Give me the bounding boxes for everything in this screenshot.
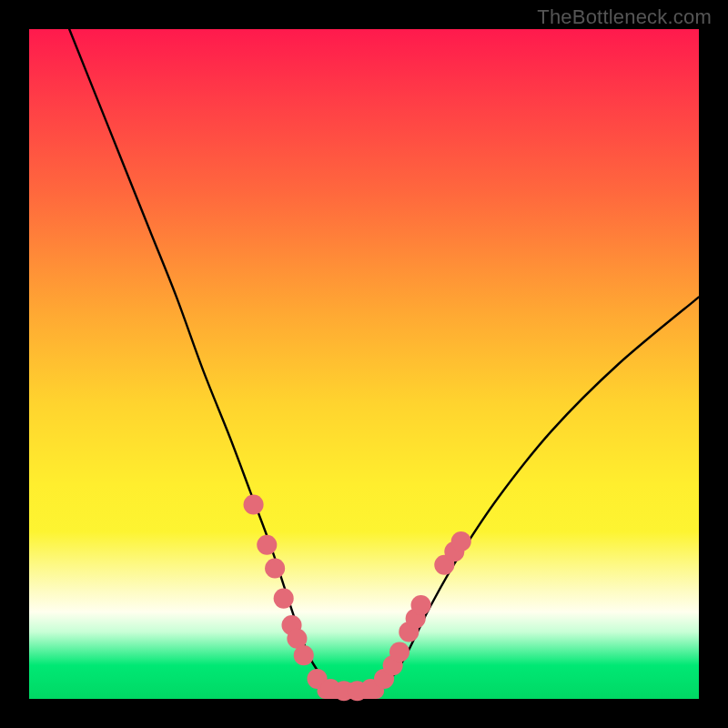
highlight-dot: [274, 589, 294, 609]
highlight-dot: [244, 495, 264, 515]
highlight-dot: [257, 535, 277, 555]
highlight-dot: [451, 531, 471, 551]
bottleneck-curve-line: [69, 29, 699, 696]
highlighted-points: [244, 495, 471, 702]
highlight-dot: [294, 645, 314, 665]
outer-black-frame: TheBottleneck.com: [0, 0, 728, 728]
chart-overlay: [29, 29, 699, 699]
highlight-dot: [265, 558, 285, 578]
watermark-text: TheBottleneck.com: [537, 5, 712, 29]
highlight-dot: [389, 642, 410, 662]
highlight-dot: [411, 595, 431, 615]
